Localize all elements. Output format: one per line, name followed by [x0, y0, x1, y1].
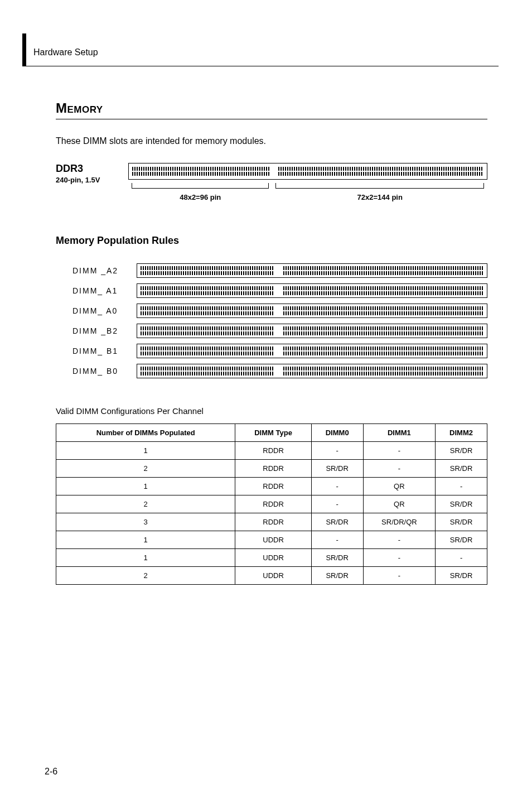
- memory-heading: Memory: [56, 100, 487, 119]
- cell: SR/DR: [311, 460, 363, 478]
- slot-row: DIMM_ A1: [72, 283, 487, 298]
- main-content: Memory These DIMM slots are intended for…: [56, 100, 487, 585]
- cell: RDDR: [235, 442, 311, 460]
- header-section-label: Hardware Setup: [33, 47, 98, 57]
- cell: RDDR: [235, 478, 311, 495]
- bracket-right: [275, 183, 484, 189]
- slot-label: DIMM _B2: [72, 326, 123, 335]
- slot-label: DIMM_ A0: [72, 306, 123, 315]
- cell: SR/DR: [311, 567, 363, 585]
- table-row: 2 UDDR SR/DR - SR/DR: [56, 567, 487, 585]
- cell: SR/DR: [436, 460, 487, 478]
- cell: QR: [363, 478, 436, 495]
- memory-rules-heading: Memory Population Rules: [56, 235, 487, 247]
- th-type: DIMM Type: [235, 424, 311, 442]
- ddr3-title: DDR3: [56, 163, 117, 175]
- cell: SR/DR: [436, 531, 487, 549]
- page-side-bar: [22, 33, 26, 66]
- cell: -: [311, 495, 363, 513]
- table-row: 3 RDDR SR/DR SR/DR/QR SR/DR: [56, 513, 487, 531]
- th-populated: Number of DIMMs Populated: [56, 424, 235, 442]
- dimm-slot-a1: [137, 283, 487, 298]
- slot-label: DIMM_ B0: [72, 367, 123, 376]
- dimm-slot-a0: [137, 304, 487, 318]
- cell: UDDR: [235, 549, 311, 567]
- cell: -: [311, 531, 363, 549]
- cell: 1: [56, 442, 235, 460]
- cell: SR/DR/QR: [363, 513, 436, 531]
- cell: 1: [56, 478, 235, 495]
- pin-count-right: 72x2=144 pin: [275, 193, 484, 201]
- th-dimm1: DIMM1: [363, 424, 436, 442]
- table-row: 2 RDDR SR/DR - SR/DR: [56, 460, 487, 478]
- cell: 2: [56, 495, 235, 513]
- table-caption: Valid DIMM Configurations Per Channel: [56, 406, 487, 416]
- cell: -: [363, 549, 436, 567]
- header-rule: [22, 66, 499, 66]
- cell: SR/DR: [436, 495, 487, 513]
- cell: 2: [56, 567, 235, 585]
- cell: UDDR: [235, 567, 311, 585]
- slot-row: DIMM _A2: [72, 263, 487, 278]
- cell: SR/DR: [436, 442, 487, 460]
- cell: 3: [56, 513, 235, 531]
- ddr3-label-group: DDR3 240-pin, 1.5V: [56, 163, 117, 184]
- cell: SR/DR: [311, 549, 363, 567]
- cell: -: [436, 549, 487, 567]
- slot-row: DIMM _B2: [72, 324, 487, 338]
- table-row: 1 UDDR - - SR/DR: [56, 531, 487, 549]
- dimm-slot-b1: [137, 344, 487, 358]
- pin-group-left: [132, 167, 269, 176]
- slot-row: DIMM_ B1: [72, 344, 487, 358]
- cell: -: [311, 478, 363, 495]
- dimm-slot-b2: [137, 324, 487, 338]
- table-row: 1 UDDR SR/DR - -: [56, 549, 487, 567]
- cell: RDDR: [235, 460, 311, 478]
- dimm-slot-b0: [137, 364, 487, 378]
- slot-label: DIMM_ A1: [72, 286, 123, 295]
- cell: SR/DR: [436, 513, 487, 531]
- cell: 1: [56, 549, 235, 567]
- slot-label: DIMM_ B1: [72, 346, 123, 355]
- page-number: 2-6: [45, 767, 57, 777]
- dimm-config-table: Number of DIMMs Populated DIMM Type DIMM…: [56, 423, 487, 585]
- slot-label: DIMM _A2: [72, 266, 123, 275]
- pin-group-right: [278, 167, 483, 176]
- dimm-slot-a2: [137, 263, 487, 278]
- cell: -: [436, 478, 487, 495]
- cell: -: [363, 442, 436, 460]
- ddr3-block: DDR3 240-pin, 1.5V 48x2=96 pin 72x2=144 …: [56, 163, 487, 201]
- cell: QR: [363, 495, 436, 513]
- ddr3-dimm-diagram: [128, 163, 487, 180]
- cell: -: [311, 442, 363, 460]
- cell: RDDR: [235, 495, 311, 513]
- th-dimm0: DIMM0: [311, 424, 363, 442]
- cell: -: [363, 460, 436, 478]
- table-row: 1 RDDR - QR -: [56, 478, 487, 495]
- table-row: 1 RDDR - - SR/DR: [56, 442, 487, 460]
- cell: UDDR: [235, 531, 311, 549]
- cell: SR/DR: [311, 513, 363, 531]
- table-row: 2 RDDR - QR SR/DR: [56, 495, 487, 513]
- bracket-left: [132, 183, 269, 189]
- cell: RDDR: [235, 513, 311, 531]
- dimm-slot-list: DIMM _A2 DIMM_ A1 DIMM_ A0 DIMM _B2 DIMM…: [72, 263, 487, 378]
- slot-row: DIMM_ B0: [72, 364, 487, 378]
- ddr3-subtitle: 240-pin, 1.5V: [56, 176, 117, 184]
- pin-count-left: 48x2=96 pin: [132, 193, 269, 201]
- cell: 1: [56, 531, 235, 549]
- cell: SR/DR: [436, 567, 487, 585]
- table-header-row: Number of DIMMs Populated DIMM Type DIMM…: [56, 424, 487, 442]
- cell: 2: [56, 460, 235, 478]
- memory-intro: These DIMM slots are intended for memory…: [56, 136, 487, 146]
- cell: -: [363, 531, 436, 549]
- cell: -: [363, 567, 436, 585]
- slot-row: DIMM_ A0: [72, 304, 487, 318]
- th-dimm2: DIMM2: [436, 424, 487, 442]
- dimm-notch: [272, 167, 276, 176]
